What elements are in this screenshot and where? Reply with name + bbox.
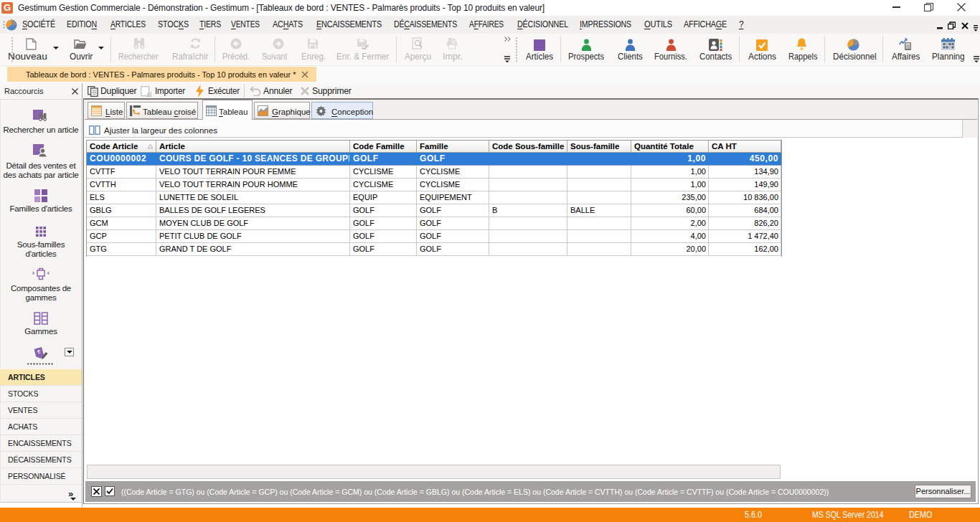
svg-text:€: € [37,348,41,355]
